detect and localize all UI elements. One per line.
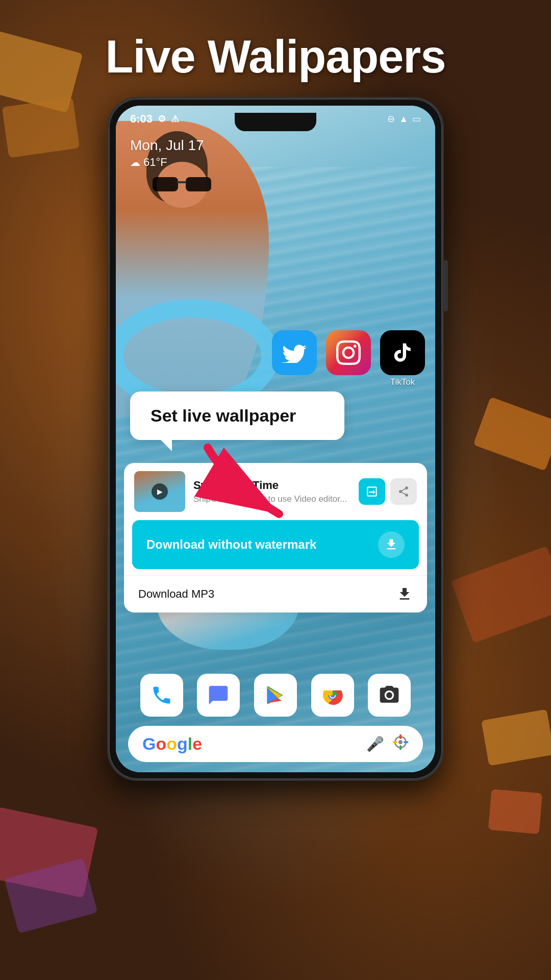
video-thumbnail: ▶ [134, 471, 185, 512]
svg-point-5 [398, 740, 403, 744]
phone-dock-icon[interactable] [140, 674, 183, 717]
date-display: Mon, Jul 17 [130, 137, 204, 154]
download-mp3-label: Download MP3 [138, 587, 214, 601]
app-icons-area: TikTok [272, 330, 425, 387]
instagram-app[interactable] [326, 330, 371, 375]
phone-mockup: 6:03 ⚙ ⚠ ⊖ ▲ ▭ Mon, Jul 17 ☁ 61°F [107, 97, 444, 781]
share-action-button[interactable] [390, 478, 417, 505]
download-mp3-icon [396, 586, 413, 602]
phone-frame: 6:03 ⚙ ⚠ ⊖ ▲ ▭ Mon, Jul 17 ☁ 61°F [107, 97, 444, 781]
playstore-dock-icon[interactable] [254, 674, 297, 717]
date-weather: Mon, Jul 17 ☁ 61°F [130, 137, 204, 169]
dock-icons [123, 674, 428, 717]
page-title: Live Walipapers [0, 31, 551, 83]
warning-icon: ⚠ [171, 113, 179, 125]
google-mic-icon[interactable]: 🎤 [366, 736, 384, 752]
camera-dock-icon[interactable] [368, 674, 411, 717]
sunglasses [153, 177, 211, 192]
set-wallpaper-popup[interactable]: Set live wallpaper [130, 391, 344, 440]
phone-side-button[interactable] [444, 260, 448, 311]
google-search-bar[interactable]: Google 🎤 [128, 726, 423, 762]
battery-icon: ▭ [412, 113, 421, 125]
download-mp3-row[interactable]: Download MP3 [124, 575, 427, 612]
google-lens-icon[interactable] [392, 734, 409, 754]
settings-icon: ⚙ [158, 113, 166, 125]
download-watermark-icon [378, 531, 405, 558]
bottom-dock: Google 🎤 [123, 674, 428, 762]
messages-dock-icon[interactable] [197, 674, 240, 717]
wifi-icon: ▲ [399, 114, 408, 125]
phone-screen: 6:03 ⚙ ⚠ ⊖ ▲ ▭ Mon, Jul 17 ☁ 61°F [116, 106, 435, 772]
status-time: 6:03 [130, 112, 153, 126]
chrome-dock-icon[interactable] [311, 674, 354, 717]
popup-text: Set live wallpaper [151, 406, 296, 425]
tiktok-label: TikTok [390, 377, 415, 387]
play-button[interactable]: ▶ [152, 483, 168, 500]
temperature-display: 61°F [143, 156, 167, 169]
minus-circle-icon: ⊖ [387, 113, 395, 125]
tiktok-icon[interactable] [380, 330, 425, 375]
phone-notch [235, 113, 316, 131]
instagram-icon[interactable] [326, 330, 371, 375]
twitter-app[interactable] [272, 330, 317, 375]
video-actions [359, 478, 417, 505]
arrow-pointer [187, 443, 310, 545]
weather-cloud-icon: ☁ [130, 156, 140, 168]
tiktok-app[interactable]: TikTok [380, 330, 425, 387]
twitter-icon[interactable] [272, 330, 317, 375]
set-wallpaper-action-button[interactable] [359, 478, 385, 505]
google-logo: Google [142, 734, 202, 754]
